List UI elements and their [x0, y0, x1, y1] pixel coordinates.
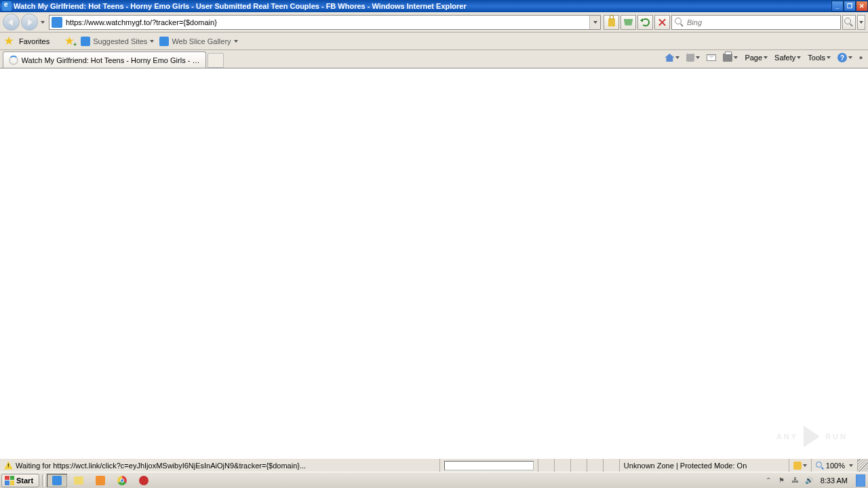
star-icon [4, 37, 14, 46]
browser-tab[interactable]: Watch My Girlfriend: Hot Teens - Horny E… [3, 52, 206, 68]
chevron-down-icon [797, 56, 801, 59]
tab-title: Watch My Girlfriend: Hot Teens - Horny E… [22, 56, 200, 64]
chevron-down-icon [827, 56, 831, 59]
start-button[interactable]: Start [1, 474, 39, 487]
help-button[interactable]: ? [835, 52, 854, 64]
safety-label: Safety [774, 54, 795, 62]
chevron-down-icon [734, 56, 738, 59]
system-tray: ⌃ ⚑ 🖧 🔊 8:33 AM [761, 474, 868, 487]
read-mail-button[interactable] [705, 53, 718, 62]
windows-logo-icon [5, 476, 14, 485]
address-dropdown[interactable] [589, 16, 600, 29]
compat-view-button[interactable] [620, 15, 636, 30]
zoom-control[interactable]: 100% [811, 459, 857, 472]
start-label: Start [16, 476, 33, 485]
status-message: Waiting for https://wct.link/click?c=eyJ… [16, 462, 306, 470]
refresh-button[interactable] [637, 15, 653, 30]
page-menu[interactable]: Page [743, 52, 770, 63]
address-bar[interactable] [49, 15, 601, 30]
chevron-down-icon [150, 40, 154, 43]
toolbar-overflow[interactable]: » [857, 53, 864, 62]
page-label: Page [745, 54, 762, 62]
web-slice-link[interactable]: Web Slice Gallery [159, 37, 237, 46]
chevron-down-icon [234, 40, 238, 43]
window-title: Watch My Girlfriend: Hot Teens - Horny E… [14, 2, 831, 10]
taskbar-app-button[interactable] [134, 474, 154, 487]
security-lock-button[interactable] [604, 15, 619, 30]
print-icon [723, 54, 732, 62]
feeds-button[interactable] [684, 52, 702, 63]
loading-spinner-icon [9, 56, 18, 65]
chevron-down-icon [859, 21, 863, 24]
tab-bar: Watch My Girlfriend: Hot Teens - Horny E… [0, 50, 868, 68]
favorites-bar: Favorites Suggested Sites Web Slice Gall… [0, 33, 868, 50]
ie-icon [159, 37, 169, 46]
refresh-icon [642, 18, 650, 26]
show-desktop-button[interactable] [856, 474, 865, 487]
resize-grip[interactable] [857, 459, 868, 472]
search-provider-dropdown[interactable] [857, 15, 865, 30]
tray-flag-icon[interactable]: ⚑ [777, 476, 787, 485]
tray-volume-icon[interactable]: 🔊 [804, 476, 814, 485]
zone-icon-pane[interactable] [789, 459, 811, 472]
security-zone[interactable]: Unknown Zone | Protected Mode: On [619, 459, 789, 472]
web-slice-label: Web Slice Gallery [172, 37, 231, 45]
app-icon [139, 476, 149, 485]
taskbar: Start ⌃ ⚑ 🖧 🔊 8:33 AM [0, 472, 868, 488]
progress-pane [439, 459, 538, 472]
chevron-down-icon [593, 21, 597, 24]
tools-menu[interactable]: Tools [806, 52, 833, 63]
tray-network-icon[interactable]: 🖧 [791, 476, 800, 485]
home-icon [665, 54, 674, 62]
taskbar-clock[interactable]: 8:33 AM [818, 476, 850, 485]
chevron-down-icon [849, 464, 853, 467]
search-bar[interactable] [671, 15, 841, 30]
add-favorite-button[interactable] [64, 37, 75, 46]
search-go-button[interactable] [842, 15, 856, 30]
stop-button[interactable] [654, 15, 670, 30]
ie-icon [52, 476, 62, 485]
status-pane [603, 459, 619, 472]
search-icon [844, 17, 854, 28]
back-button[interactable] [3, 14, 20, 30]
url-input[interactable] [64, 18, 589, 26]
status-pane [538, 459, 554, 472]
tools-label: Tools [808, 54, 825, 62]
status-bar: Waiting for https://wct.link/click?c=eyJ… [0, 458, 868, 472]
search-input[interactable] [687, 16, 840, 29]
status-pane [587, 459, 603, 472]
chevron-down-icon [696, 56, 700, 59]
help-icon: ? [837, 53, 847, 62]
zoom-icon [816, 462, 824, 470]
zoom-value: 100% [826, 462, 845, 470]
shield-icon [793, 462, 802, 470]
taskbar-media-button[interactable] [90, 474, 111, 487]
safety-menu[interactable]: Safety [772, 52, 803, 63]
suggested-sites-link[interactable]: Suggested Sites [81, 37, 154, 46]
taskbar-chrome-button[interactable] [112, 474, 132, 487]
favorites-label[interactable]: Favorites [19, 37, 50, 45]
home-button[interactable] [663, 52, 682, 63]
tray-expand-button[interactable]: ⌃ [764, 476, 773, 485]
watermark: ANY RUN [776, 426, 848, 447]
close-button[interactable]: ✕ [856, 1, 868, 12]
taskbar-ie-button[interactable] [47, 474, 67, 487]
forward-button[interactable] [21, 14, 38, 30]
media-icon [96, 476, 105, 485]
watermark-left: ANY [776, 432, 798, 441]
new-tab-button[interactable] [208, 53, 224, 68]
watermark-right: RUN [825, 432, 848, 441]
minimize-button[interactable]: _ [831, 1, 844, 12]
folder-icon [74, 476, 83, 485]
page-content [0, 68, 868, 458]
progress-bar [444, 461, 534, 470]
search-icon [674, 17, 685, 28]
chevron-down-icon [803, 464, 807, 467]
restore-button[interactable]: ❐ [844, 1, 856, 12]
print-button[interactable] [721, 52, 740, 63]
rss-icon [686, 54, 694, 62]
navigation-toolbar [0, 12, 868, 33]
taskbar-explorer-button[interactable] [68, 474, 89, 487]
ie-icon [2, 1, 12, 11]
nav-history-dropdown[interactable] [39, 16, 46, 29]
